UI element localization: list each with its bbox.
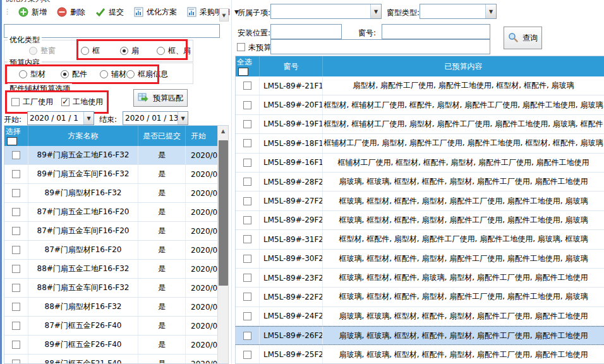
- plan-name-column-header[interactable]: 方案名称: [28, 126, 138, 146]
- radio-whole-window[interactable]: 整窗: [29, 46, 56, 56]
- row-checkbox[interactable]: [12, 284, 20, 292]
- query-button[interactable]: 查询: [504, 27, 542, 49]
- window-table-row[interactable]: LM5L-89#-31F29框型材, 框配件, 扇型材, 扇配件工厂使用, 扇配…: [236, 230, 604, 249]
- window-table-row[interactable]: LM5L-89#-22F20框玻璃, 框型材, 框配件, 扇型材, 扇配件工厂使…: [236, 288, 604, 306]
- row-select-checkbox-cell[interactable]: [4, 355, 28, 364]
- window-table-row[interactable]: LM5L-89#-29F27框玻璃, 框型材, 框配件, 扇型材, 扇配件工厂使…: [236, 211, 604, 230]
- radio-frame-sash-info[interactable]: 框扇信息: [126, 69, 168, 80]
- plan-table-row[interactable]: 89#门框五金F26-F40是2020/0: [4, 336, 228, 355]
- window-table-row[interactable]: LM5L-89#-24F22扇玻璃, 框玻璃, 框型材, 框配件, 扇型材, 扇…: [236, 307, 604, 326]
- window-table-row[interactable]: LM5L-89#-25F23扇玻璃, 框玻璃, 框型材, 框配件, 扇型材, 扇…: [236, 345, 604, 364]
- add-button[interactable]: 新增: [15, 6, 51, 19]
- date-start-picker[interactable]: 2020 / 01 / 1 ▼: [27, 111, 94, 125]
- row-checkbox[interactable]: [243, 274, 251, 282]
- row-select-checkbox-cell[interactable]: [236, 269, 260, 287]
- scroll-up-icon[interactable]: ▲: [218, 126, 228, 136]
- row-checkbox[interactable]: [243, 235, 251, 243]
- radio-sash[interactable]: 扇: [120, 46, 139, 56]
- row-checkbox[interactable]: [243, 178, 251, 186]
- row-select-checkbox-cell[interactable]: [236, 191, 260, 210]
- plan-table-row[interactable]: 88#门框五金F21-F40是2020/0: [4, 355, 228, 364]
- window-table-row[interactable]: LM5L-89#-20F18框型材, 框辅材工厂使用, 框配件, 扇型材, 扇配…: [236, 95, 604, 114]
- row-checkbox[interactable]: [12, 360, 20, 364]
- plan-table-row[interactable]: 87#门扇五金工地F16-F20是2020/0: [4, 203, 228, 222]
- row-checkbox[interactable]: [243, 120, 251, 128]
- date-end-picker[interactable]: 2020 / 01 / 13 ▼: [123, 111, 188, 125]
- row-checkbox[interactable]: [12, 265, 20, 273]
- window-table-row[interactable]: LM5L-89#-28F26扇玻璃, 框玻璃, 框型材, 框配件, 扇型材, 扇…: [236, 173, 604, 191]
- row-select-checkbox-cell[interactable]: [4, 241, 28, 259]
- plan-table-row[interactable]: 89#门扇五金工地F16-F32是2020/0: [4, 146, 228, 165]
- row-checkbox[interactable]: [243, 139, 251, 147]
- row-checkbox[interactable]: [12, 341, 20, 349]
- row-checkbox[interactable]: [12, 189, 20, 197]
- row-select-checkbox-cell[interactable]: [236, 173, 260, 191]
- toolbar-overflow-button[interactable]: — ▼: [219, 8, 229, 21]
- row-checkbox[interactable]: [243, 332, 251, 340]
- select-all-checkbox[interactable]: [238, 68, 248, 76]
- row-checkbox[interactable]: [243, 159, 251, 167]
- submit-button[interactable]: 提交: [92, 6, 128, 19]
- row-checkbox[interactable]: [243, 312, 251, 320]
- row-select-checkbox-cell[interactable]: [4, 279, 28, 297]
- install-position-input[interactable]: [270, 24, 342, 39]
- row-checkbox[interactable]: [12, 208, 20, 216]
- row-select-checkbox-cell[interactable]: [236, 307, 260, 325]
- window-type-dropdown[interactable]: ▼: [420, 4, 497, 19]
- window-no-column-header[interactable]: 窗号: [260, 56, 323, 76]
- no-budget-checkbox[interactable]: [237, 43, 245, 51]
- scrollbar-thumb[interactable]: [219, 140, 228, 286]
- checkbox-factory-use[interactable]: 工厂使用: [11, 97, 53, 107]
- row-select-checkbox-cell[interactable]: [4, 222, 28, 240]
- row-select-checkbox-cell[interactable]: [4, 165, 28, 183]
- plan-table-row[interactable]: 89#门扇型材F16-F32是2020/0: [4, 184, 228, 203]
- plan-table-row[interactable]: 89#门扇五金车间F16-F32是2020/0: [4, 165, 228, 184]
- row-select-checkbox-cell[interactable]: [236, 345, 260, 363]
- select-all-column-header[interactable]: 全选: [236, 56, 260, 76]
- row-checkbox[interactable]: [243, 293, 251, 301]
- row-select-checkbox-cell[interactable]: [4, 260, 28, 278]
- row-select-checkbox-cell[interactable]: [236, 134, 260, 152]
- delete-button[interactable]: 删除: [53, 6, 89, 19]
- window-table-row[interactable]: LM5L-89#-27F25框玻璃, 框型材, 框配件, 扇型材, 扇配件工厂使…: [236, 191, 604, 210]
- row-select-checkbox-cell[interactable]: [4, 184, 28, 202]
- radio-accessory[interactable]: 配件: [61, 69, 87, 80]
- optimize-plan-button[interactable]: 优化方案: [130, 6, 181, 19]
- no-budget-input[interactable]: [270, 39, 490, 54]
- row-checkbox[interactable]: [12, 170, 20, 178]
- plan-table-row[interactable]: 87#门扇型材F16-F20是2020/0: [4, 241, 228, 260]
- radio-frame-sash[interactable]: 框、扇: [157, 46, 191, 56]
- row-select-checkbox-cell[interactable]: [236, 327, 260, 344]
- chevron-down-icon[interactable]: ▼: [178, 112, 188, 124]
- window-table-row[interactable]: LM5L-89#-23F21框玻璃, 框型材, 框配件, 扇玻璃, 扇型材, 扇…: [236, 269, 604, 288]
- row-select-checkbox-cell[interactable]: [236, 288, 260, 306]
- row-select-checkbox-cell[interactable]: [236, 250, 260, 268]
- radio-frame[interactable]: 框: [81, 46, 100, 56]
- row-select-checkbox-cell[interactable]: [4, 298, 28, 316]
- chevron-down-icon[interactable]: ▼: [83, 112, 94, 124]
- window-table-row[interactable]: LM5L-89#-21F19扇型材, 扇配件工厂使用, 扇配件工地使用, 框型材…: [236, 76, 604, 95]
- row-select-checkbox-cell[interactable]: [4, 317, 28, 335]
- plan-table-row[interactable]: 88#门扇五金车间F16-F32是2020/0: [4, 279, 228, 298]
- chevron-down-icon[interactable]: ▼: [485, 4, 496, 18]
- select-column-header[interactable]: 选择: [4, 126, 28, 146]
- row-checkbox[interactable]: [243, 351, 251, 359]
- row-checkbox[interactable]: [12, 322, 20, 330]
- sub-item-dropdown[interactable]: ▼: [270, 4, 382, 19]
- row-select-checkbox-cell[interactable]: [236, 115, 260, 133]
- row-checkbox[interactable]: [243, 197, 251, 205]
- row-checkbox[interactable]: [243, 216, 251, 224]
- chevron-down-icon[interactable]: ▼: [370, 4, 381, 18]
- row-checkbox[interactable]: [12, 246, 20, 254]
- window-table-row[interactable]: LM5L-89#-18F16框辅材工厂使用, 扇型材, 扇配件工厂使用, 扇配件…: [236, 134, 604, 153]
- row-select-checkbox-cell[interactable]: [236, 230, 260, 248]
- window-no-input[interactable]: [382, 24, 490, 39]
- row-checkbox[interactable]: [12, 303, 20, 311]
- radio-profile[interactable]: 型材: [19, 69, 45, 80]
- plan-table-row[interactable]: 87#门扇五金车间F16-F20是2020/0: [4, 222, 228, 241]
- checkbox-site-use[interactable]: 工地使用: [61, 97, 103, 107]
- budgeted-content-column-header[interactable]: 已预算内容: [323, 56, 604, 76]
- row-checkbox[interactable]: [243, 101, 251, 109]
- select-all-checkbox[interactable]: [7, 137, 17, 145]
- purchase-detail-button[interactable]: 采购明细 ▼: [183, 6, 243, 19]
